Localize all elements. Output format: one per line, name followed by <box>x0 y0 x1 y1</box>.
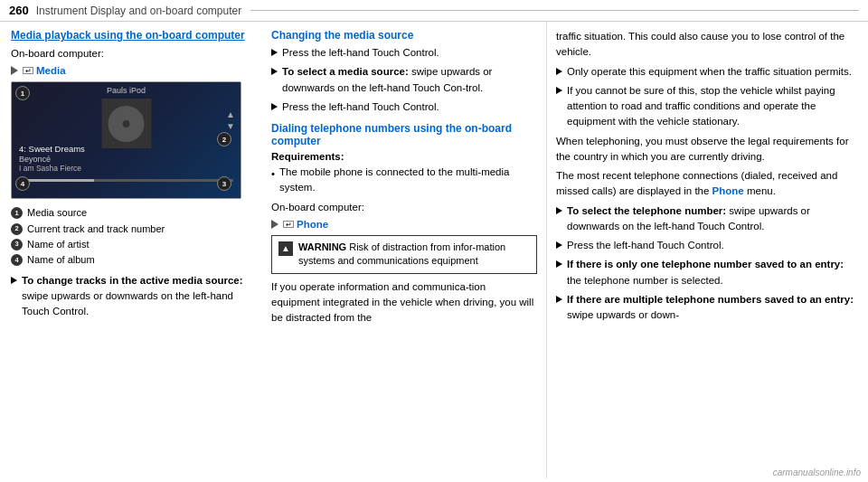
action-item-2: Press the left-hand Touch Control. <box>556 238 859 253</box>
tri-arrow-mid-2 <box>271 68 278 75</box>
dialing-title: Dialing telephone numbers using the on-b… <box>271 122 512 147</box>
progress-bar <box>19 179 233 182</box>
left-section-title: Media playback using the on-board comput… <box>11 29 253 42</box>
action-bold-1: To select the telephone number: <box>567 205 726 216</box>
right-body-3a: The most recent telephone connections (d… <box>556 170 837 196</box>
tri-arrow-action-2 <box>556 241 562 249</box>
change-tracks-item: To change tracks in the active media sou… <box>11 273 253 320</box>
onboard-arrow-icon: ↵ <box>23 67 33 74</box>
badge-4: 4 <box>15 176 30 191</box>
right-column: traffic situation. This could also cause… <box>547 22 868 478</box>
numbered-list: 1 Media source 2 Current track and track… <box>11 206 253 268</box>
header-title: Instrument Display and on-board computer <box>36 5 241 17</box>
onboard-prefix-mid: On-board computer: <box>271 200 537 215</box>
onboard-media-label: Media <box>36 65 66 76</box>
ipod-title: Pauls iPod <box>107 86 146 95</box>
num-circle-1: 1 <box>11 207 23 219</box>
warning-icon: ▲ <box>278 241 293 256</box>
warning-label: WARNING <box>298 241 346 252</box>
dot-icon: • <box>271 166 275 182</box>
right-body-2: When telephoning, you must observe the l… <box>556 134 859 165</box>
onboard-phone-label: Phone <box>297 219 328 230</box>
tri-arrow-right-2 <box>556 87 562 94</box>
album-art-disc <box>108 106 145 142</box>
page-number: 260 <box>9 4 29 17</box>
change-tracks-bold: To change tracks in the active media sou… <box>22 275 243 286</box>
left-column: Media playback using the on-board comput… <box>0 22 262 478</box>
onboard-prefix-left: On-board computer: <box>11 46 253 61</box>
num-text-3: Name of artist <box>27 238 89 251</box>
num-text-2: Current track and track number <box>27 222 165 236</box>
action-desc-3: the telephone number is selected. <box>567 275 723 286</box>
page-header: 260 Instrument Display and on-board comp… <box>0 0 868 22</box>
phone-link-label: Phone <box>712 185 744 196</box>
onboard-arrow-icon-mid: ↵ <box>283 221 294 228</box>
artist-name: Beyoncé <box>19 155 233 164</box>
header-rule <box>250 10 859 11</box>
disc-hole <box>123 120 130 128</box>
num-item-4: 4 Name of album <box>11 253 253 267</box>
tri-arrow-action-3 <box>556 260 562 268</box>
mid-text-1: Press the left-hand Touch Control. <box>282 45 439 61</box>
badge-3: 3 <box>217 176 231 191</box>
tri-arrow-mid-3 <box>271 103 278 110</box>
req-text-1: The mobile phone is connected to the mul… <box>279 165 537 196</box>
album-art <box>101 99 151 148</box>
num-circle-2: 2 <box>11 223 23 235</box>
warning-text: WARNING Risk of distraction from infor-m… <box>298 241 530 269</box>
mid-section2-title: Dialing telephone numbers using the on-b… <box>271 122 537 147</box>
mid-bold-2: To select a media source: <box>282 66 409 77</box>
num-item-1: 1 Media source <box>11 206 253 220</box>
action-text-4: If there are multiple telephone numbers … <box>567 292 859 324</box>
right-bullet-2: If you cannot be sure of this, stop the … <box>556 83 859 130</box>
tri-arrow-right-1 <box>556 68 562 75</box>
num-item-3: 3 Name of artist <box>11 238 253 251</box>
num-item-2: 2 Current track and track number <box>11 222 253 236</box>
right-body-1: traffic situation. This could also cause… <box>556 29 859 61</box>
onboard-phone-item: ↵ Phone <box>271 219 537 230</box>
mid-section1-title: Changing the media source <box>271 29 537 42</box>
mid-body-text: If you operate information and communica… <box>271 279 537 326</box>
arrow-icon <box>11 66 18 75</box>
media-player-box: Pauls iPod ▲ ▼ 4: Sweet Dreams Beyoncé I… <box>11 81 241 199</box>
action-item-4: If there are multiple telephone numbers … <box>556 292 859 324</box>
right-body-3b: menu. <box>747 185 776 196</box>
tri-arrow-icon <box>11 277 17 284</box>
tri-arrow-action-4 <box>556 296 562 303</box>
action-desc-4: swipe upwards or down- <box>567 309 679 320</box>
right-bullet-1: Only operate this equipment when the tra… <box>556 64 859 80</box>
change-tracks-text: To change tracks in the active media sou… <box>22 273 253 320</box>
scroll-up-icon: ▲ <box>226 109 235 119</box>
right-text-2: If you cannot be sure of this, stop the … <box>567 83 859 130</box>
mid-bullet-1: Press the left-hand Touch Control. <box>271 45 537 61</box>
track-name: 4: Sweet Dreams <box>19 144 233 154</box>
warning-box: ▲ WARNING Risk of distraction from infor… <box>271 235 537 274</box>
req-item-1: • The mobile phone is connected to the m… <box>271 165 537 196</box>
tri-arrow-action-1 <box>556 207 562 214</box>
tri-arrow-mid-1 <box>271 49 278 56</box>
action-bold-4: If there are multiple telephone numbers … <box>567 294 854 305</box>
mid-bullet-3: Press the left-hand Touch Control. <box>271 99 537 115</box>
change-tracks-desc: swipe upwards or downwards on the left-h… <box>22 290 233 317</box>
num-circle-3: 3 <box>11 239 23 250</box>
scroll-arrows: ▲ ▼ <box>226 109 235 131</box>
num-text-4: Name of album <box>27 253 95 267</box>
middle-column: Changing the media source Press the left… <box>262 22 547 478</box>
right-text-1: Only operate this equipment when the tra… <box>567 64 852 80</box>
watermark: carmanualsonline.info <box>773 468 861 477</box>
action-text-1: To select the telephone number: swipe up… <box>567 203 859 235</box>
arrow-icon-mid <box>271 220 278 229</box>
action-bold-3: If there is only one telephone number sa… <box>567 259 844 269</box>
num-circle-4: 4 <box>11 254 23 266</box>
action-text-2: Press the left-hand Touch Control. <box>567 238 724 253</box>
onboard-media-item: ↵ Media <box>11 65 253 76</box>
main-content: Media playback using the on-board comput… <box>0 22 868 478</box>
action-text-3: If there is only one telephone number sa… <box>567 257 859 288</box>
action-item-3: If there is only one telephone number sa… <box>556 257 859 288</box>
badge-1: 1 <box>15 86 30 100</box>
album-name: I am Sasha Fierce <box>19 164 233 173</box>
requirements-title: Requirements: <box>271 151 537 162</box>
mid-text-2: To select a media source: swipe upwards … <box>282 64 537 96</box>
num-text-1: Media source <box>27 206 87 220</box>
media-box-inner: Pauls iPod ▲ ▼ 4: Sweet Dreams Beyoncé I… <box>12 82 241 198</box>
